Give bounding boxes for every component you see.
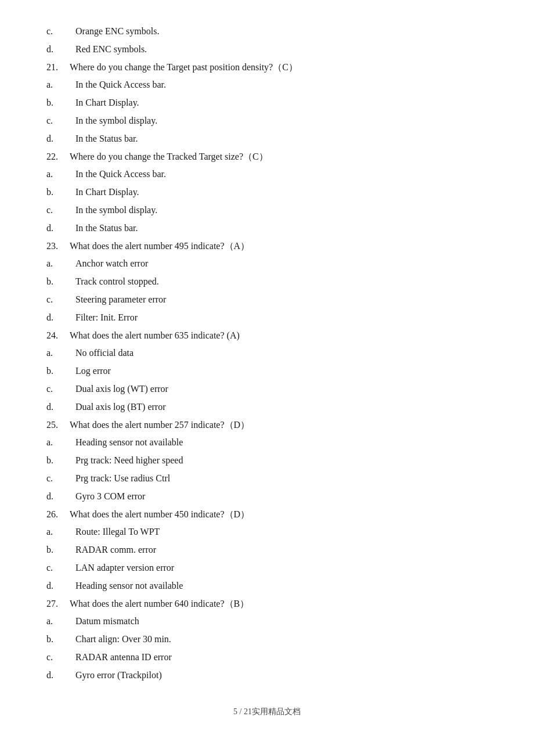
answer-row: a.Anchor watch error [46, 255, 488, 272]
answer-text: No official data [75, 345, 488, 362]
answer-row: a.In the Quick Access bar. [46, 77, 488, 93]
answer-text: In the Quick Access bar. [75, 77, 488, 93]
answer-row: a.No official data [46, 345, 488, 362]
answer-row: b.Chart align: Over 30 min. [46, 631, 488, 648]
answer-row: d.Gyro 3 COM error [46, 488, 488, 505]
answer-text: Datum mismatch [75, 613, 488, 630]
answer-text: Log error [75, 363, 488, 380]
answer-text: Prg track: Use radius Ctrl [75, 470, 488, 487]
answer-label: c. [46, 23, 75, 40]
answer-label: a. [46, 434, 75, 451]
answer-label: a. [46, 345, 75, 362]
answer-row: a.Datum mismatch [46, 613, 488, 630]
answer-row: a.Route: Illegal To WPT [46, 524, 488, 541]
answer-row: c.In the symbol display. [46, 202, 488, 219]
answer-text: RADAR comm. error [75, 542, 488, 559]
question-row: 26.What does the alert number 450 indica… [46, 506, 488, 523]
answer-row: c.Steering parameter error [46, 291, 488, 308]
answer-text: Orange ENC symbols. [75, 23, 488, 40]
answer-row: d.In the Status bar. [46, 220, 488, 237]
answer-label: c. [46, 291, 75, 308]
answer-label: d. [46, 667, 75, 684]
answer-label: b. [46, 273, 75, 290]
question-number: 22. [46, 149, 70, 165]
answer-label: d. [46, 309, 75, 326]
answer-text: In Chart Display. [75, 184, 488, 201]
answer-text: Prg track: Need higher speed [75, 452, 488, 469]
answer-label: a. [46, 255, 75, 272]
answer-label: a. [46, 613, 75, 630]
answer-row: b.Log error [46, 363, 488, 380]
answer-text: Steering parameter error [75, 291, 488, 308]
question-text: What does the alert number 495 indicate?… [70, 238, 488, 255]
question-number: 24. [46, 327, 70, 344]
answer-text: In the symbol display. [75, 202, 488, 219]
footer: 5 / 21实用精品文档 [46, 707, 488, 717]
answer-text: Dual axis log (WT) error [75, 381, 488, 398]
question-text: What does the alert number 635 indicate?… [70, 327, 488, 344]
answer-label: b. [46, 542, 75, 559]
answer-text: Chart align: Over 30 min. [75, 631, 488, 648]
answer-row: d.Dual axis log (BT) error [46, 399, 488, 416]
question-row: 22.Where do you change the Tracked Targe… [46, 149, 488, 165]
answer-text: Heading sensor not available [75, 434, 488, 451]
answer-label: b. [46, 631, 75, 648]
answer-label: b. [46, 95, 75, 111]
question-number: 23. [46, 238, 70, 255]
answer-label: d. [46, 488, 75, 505]
answer-label: b. [46, 363, 75, 380]
answer-row: b.In Chart Display. [46, 95, 488, 111]
answer-row: d.Red ENC symbols. [46, 41, 488, 58]
main-content: c.Orange ENC symbols.d.Red ENC symbols.2… [46, 23, 488, 683]
answer-label: d. [46, 578, 75, 595]
answer-row: b.Track control stopped. [46, 273, 488, 290]
question-text: What does the alert number 450 indicate?… [70, 506, 488, 523]
answer-text: Heading sensor not available [75, 578, 488, 595]
answer-label: a. [46, 166, 75, 183]
answer-row: c.LAN adapter version error [46, 560, 488, 577]
question-row: 23.What does the alert number 495 indica… [46, 238, 488, 255]
answer-row: b.RADAR comm. error [46, 542, 488, 559]
answer-row: b.In Chart Display. [46, 184, 488, 201]
answer-text: Dual axis log (BT) error [75, 399, 488, 416]
answer-row: d.In the Status bar. [46, 131, 488, 147]
answer-label: b. [46, 452, 75, 469]
answer-text: Anchor watch error [75, 255, 488, 272]
question-text: What does the alert number 640 indicate?… [70, 596, 488, 613]
answer-row: c.Prg track: Use radius Ctrl [46, 470, 488, 487]
answer-label: c. [46, 202, 75, 219]
answer-label: d. [46, 220, 75, 237]
question-number: 27. [46, 596, 70, 613]
answer-row: c.In the symbol display. [46, 113, 488, 129]
answer-label: c. [46, 560, 75, 577]
answer-row: d.Filter: Init. Error [46, 309, 488, 326]
answer-label: c. [46, 649, 75, 666]
answer-label: d. [46, 131, 75, 147]
question-number: 26. [46, 506, 70, 523]
answer-text: In the symbol display. [75, 113, 488, 129]
answer-row: a.In the Quick Access bar. [46, 166, 488, 183]
question-number: 25. [46, 417, 70, 434]
answer-row: c.RADAR antenna ID error [46, 649, 488, 666]
answer-row: c.Orange ENC symbols. [46, 23, 488, 40]
answer-text: Gyro error (Trackpilot) [75, 667, 488, 684]
question-row: 25.What does the alert number 257 indica… [46, 417, 488, 434]
answer-text: Route: Illegal To WPT [75, 524, 488, 541]
answer-label: a. [46, 524, 75, 541]
answer-text: Red ENC symbols. [75, 41, 488, 58]
answer-text: RADAR antenna ID error [75, 649, 488, 666]
answer-label: c. [46, 113, 75, 129]
answer-row: d.Heading sensor not available [46, 578, 488, 595]
answer-label: a. [46, 77, 75, 93]
answer-row: b.Prg track: Need higher speed [46, 452, 488, 469]
answer-text: Track control stopped. [75, 273, 488, 290]
question-row: 24.What does the alert number 635 indica… [46, 327, 488, 344]
answer-text: In Chart Display. [75, 95, 488, 111]
answer-text: Gyro 3 COM error [75, 488, 488, 505]
answer-text: Filter: Init. Error [75, 309, 488, 326]
answer-label: d. [46, 41, 75, 58]
question-text: Where do you change the Target past posi… [70, 59, 488, 76]
answer-row: d.Gyro error (Trackpilot) [46, 667, 488, 684]
answer-text: LAN adapter version error [75, 560, 488, 577]
answer-text: In the Status bar. [75, 131, 488, 147]
